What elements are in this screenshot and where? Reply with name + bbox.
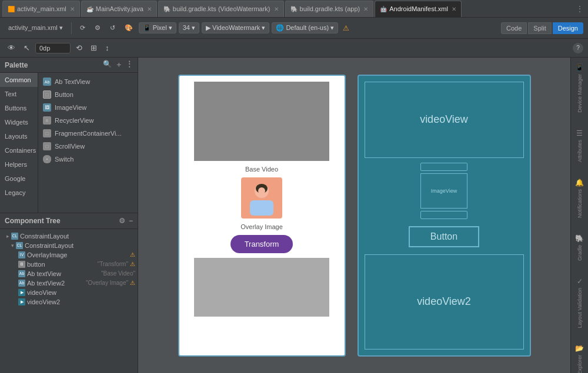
component-tree-minimize-icon[interactable]: −: [129, 217, 133, 225]
device-explorer-label: Device Explorer: [577, 355, 583, 373]
component-tree-body: ▸ CL ConstraintLayout ▾ CL ConstraintLay…: [0, 229, 138, 374]
device-options-btn[interactable]: ⚙: [91, 22, 104, 33]
tab-close-build-gradle-app[interactable]: ✕: [363, 6, 368, 12]
svg-rect-1: [250, 200, 273, 216]
tree-arrow-root: ▸: [6, 233, 9, 239]
palette-cat-buttons[interactable]: Buttons: [0, 101, 38, 115]
refresh-btn[interactable]: ↺: [106, 22, 119, 33]
palette-item-textview[interactable]: Ab Ab TextView: [38, 75, 138, 88]
tab-close-build-gradle-video[interactable]: ✕: [274, 6, 279, 12]
cursor-btn[interactable]: ↖: [21, 42, 33, 54]
tree-label-overlayimage: OverlayImage: [27, 251, 128, 258]
view-mode-buttons: Code Split Design: [501, 22, 583, 34]
tab-android-manifest[interactable]: 🤖 AndroidManifest.xml ✕: [375, 1, 462, 17]
tree-label-button: button: [27, 261, 94, 268]
tab-build-gradle-app[interactable]: 🐘 build.gradle.kts (app) ✕: [285, 1, 374, 17]
orient-btn[interactable]: ⟳: [76, 22, 89, 33]
theme-label: Default (en-us) ▾: [286, 24, 334, 32]
recyclerview-icon: ≡: [43, 116, 51, 125]
overlay-image[interactable]: [241, 177, 282, 219]
rs-item-gradle[interactable]: 🐘 Gradle: [574, 231, 585, 264]
tab-close-main-activity[interactable]: ✕: [147, 6, 152, 12]
tree-icon-cl-root: CL: [11, 233, 18, 240]
palette-search-icon[interactable]: 🔍: [103, 60, 112, 70]
tree-arrow-child: ▾: [11, 243, 14, 248]
transform-button[interactable]: Transform: [230, 235, 293, 253]
palette-item-switch[interactable]: ⚬ Switch: [38, 153, 138, 166]
textview-label: Ab TextView: [55, 78, 90, 85]
design-view-btn[interactable]: Design: [553, 22, 583, 34]
palette-cat-google[interactable]: Google: [0, 172, 38, 186]
tab-icon-android-manifest: 🤖: [380, 6, 387, 12]
constraint-btn[interactable]: ⊞: [88, 42, 100, 54]
tree-sublabel-button: "Transform": [98, 261, 128, 267]
schema-small-items: ImageView: [365, 163, 524, 219]
main-toolbar: activity_main.xml ▾ ⟳ ⚙ ↺ 🎨 📱 Pixel ▾ 34…: [0, 18, 588, 39]
rs-item-device-manager[interactable]: 📱 Device Manager: [574, 60, 585, 116]
split-label: Split: [533, 25, 546, 32]
tree-item-constraint-layout-child[interactable]: ▾ CL ConstraintLayout: [0, 241, 138, 250]
rs-item-layout-validation[interactable]: ✓ Layout Validation: [576, 274, 584, 331]
palette-item-fragment[interactable]: □ FragmentContainerVi...: [38, 127, 138, 140]
tree-item-textview2-overlay[interactable]: Ab Ab textView2 "Overlay Image" ⚠: [0, 278, 138, 288]
split-view-btn[interactable]: Split: [528, 22, 551, 34]
theme-dropdown[interactable]: 🌐 Default (en-us) ▾: [272, 22, 338, 33]
align-btn[interactable]: ⟲: [73, 42, 85, 54]
component-tree-settings-icon[interactable]: ⚙: [119, 217, 125, 225]
schema-button: Button: [409, 226, 479, 247]
help-icon[interactable]: ?: [573, 43, 583, 53]
tree-item-videoview[interactable]: ▶ videoView: [0, 288, 138, 297]
tab-overflow-button[interactable]: ⋮: [574, 2, 586, 15]
rs-item-notifications[interactable]: 🔔 Notifications: [574, 175, 585, 221]
tab-close-activity-main[interactable]: ✕: [70, 6, 75, 12]
palette-cat-legacy[interactable]: Legacy: [0, 186, 38, 200]
tab-label-build-gradle-app: build.gradle.kts (app): [300, 5, 360, 12]
tab-activity-main[interactable]: 🟧 activity_main.xml ✕: [2, 1, 80, 17]
tree-warn-button: ⚠: [130, 261, 135, 267]
palette-cat-widgets[interactable]: Widgets: [0, 115, 38, 129]
left-panel: Palette 🔍 ＋ ⋮ Common Text Buttons Widget…: [0, 58, 138, 373]
attributes-icon: ☰: [576, 129, 583, 137]
tab-main-activity[interactable]: ☕ MainActivity.java ✕: [81, 1, 157, 17]
warning-icon: ⚠: [343, 24, 349, 32]
tree-item-videoview2[interactable]: ▶ videoView2: [0, 297, 138, 307]
api-dropdown[interactable]: 34 ▾: [179, 22, 199, 33]
file-label-button[interactable]: activity_main.xml ▾: [5, 22, 66, 33]
tab-build-gradle-video[interactable]: 🐘 build.gradle.kts (VideoWatermark) ✕: [158, 1, 284, 17]
gradle-icon: 🐘: [575, 234, 584, 243]
palette-item-imageview[interactable]: 🖼 ImageView: [38, 101, 138, 114]
palette-cat-helpers[interactable]: Helpers: [0, 157, 38, 172]
palette-item-button[interactable]: □ Button: [38, 88, 138, 101]
tab-label-activity-main: activity_main.xml: [17, 5, 66, 12]
tree-item-textview-base[interactable]: Ab Ab textView "Base Video": [0, 269, 138, 278]
button-label: Button: [55, 91, 74, 98]
tab-close-android-manifest[interactable]: ✕: [452, 6, 456, 12]
schema-frame: videoView ImageView Button videoView2: [358, 75, 531, 357]
palette-menu-icon[interactable]: ⋮: [126, 60, 133, 70]
app-dropdown[interactable]: ▶ VideoWatermark ▾: [202, 22, 269, 33]
arrow-btn[interactable]: ↕: [102, 42, 112, 54]
tree-item-constraint-layout-root[interactable]: ▸ CL ConstraintLayout: [0, 231, 138, 241]
tree-item-button-transform[interactable]: B button "Transform" ⚠: [0, 260, 138, 269]
palette-cat-layouts[interactable]: Layouts: [0, 129, 38, 143]
tree-label-videoview: videoView: [27, 289, 135, 296]
eye-toggle-btn[interactable]: 👁: [5, 42, 18, 54]
schema-imageview: ImageView: [420, 173, 467, 209]
schema-imageview-label: ImageView: [431, 188, 457, 194]
palette-item-scrollview[interactable]: □ ScrollView: [38, 140, 138, 153]
imageview-label: ImageView: [55, 104, 86, 111]
code-view-btn[interactable]: Code: [501, 22, 527, 34]
palette-cat-containers[interactable]: Containers: [0, 143, 38, 157]
palette-item-recyclerview[interactable]: ≡ RecyclerView: [38, 114, 138, 127]
margin-input[interactable]: 0dp: [35, 43, 71, 53]
palette-cat-common[interactable]: Common: [0, 73, 38, 87]
imageview-icon: 🖼: [43, 103, 51, 112]
palette-add-icon[interactable]: ＋: [115, 60, 122, 70]
tree-icon-tv-base: Ab: [18, 270, 25, 277]
tree-item-overlayimage[interactable]: IV OverlayImage ⚠: [0, 250, 138, 260]
pixel-dropdown[interactable]: 📱 Pixel ▾: [139, 22, 176, 33]
palette-cat-text[interactable]: Text: [0, 87, 38, 101]
rs-item-device-explorer[interactable]: 📂 Device Explorer: [574, 341, 585, 373]
theme-btn[interactable]: 🎨: [121, 22, 136, 33]
rs-item-attributes[interactable]: ☰ Attributes: [575, 126, 584, 166]
